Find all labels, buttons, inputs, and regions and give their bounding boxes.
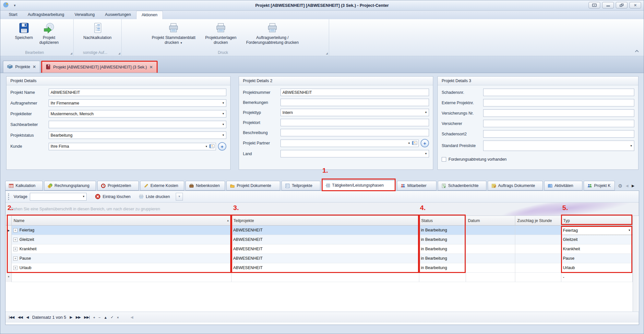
tab-projektzeiten[interactable]: Projektzeiten — [97, 181, 139, 191]
nav-next-page-icon[interactable]: ▶▶ — [76, 315, 80, 319]
schadensort2-input[interactable] — [483, 130, 634, 138]
eintrag-loeschen-button[interactable]: Eintrag löschen — [92, 193, 133, 200]
table-row[interactable]: +Urlaub ABWESENHEIT in Bearbeitung Urlau… — [6, 263, 633, 273]
sachbearbeiter-combo[interactable]: ▼ — [49, 121, 226, 128]
typ-cell-editor[interactable]: Feiertag▼ — [561, 226, 633, 235]
window-zoom-button[interactable] — [589, 2, 600, 8]
tab-taetigkeiten-leistungsphasen[interactable]: Tätigkeiten/Leistungsphasen — [322, 180, 396, 191]
restore-button[interactable] — [616, 2, 627, 8]
versicherungs-nr-input[interactable] — [483, 109, 634, 117]
nav-last-icon[interactable]: ▶▶| — [84, 315, 89, 319]
bemerkungen-input[interactable] — [280, 99, 429, 106]
tab-scroll-right-icon[interactable]: ▶ — [632, 184, 634, 188]
nav-next-icon[interactable]: ▶ — [70, 315, 72, 319]
dialog-launcher-icon[interactable]: ◢ — [70, 52, 72, 55]
projekt-partner-combo[interactable]: ▼ — [280, 140, 419, 147]
add-partner-button[interactable]: + — [421, 139, 429, 147]
auftragserteilung-drucken-button[interactable]: Auftragserteilung / Forderungsabtretung … — [244, 20, 301, 45]
toolbar-grip-handle[interactable] — [8, 193, 9, 200]
tab-projekt-dokumente[interactable]: Projekt Dokumente — [226, 181, 280, 191]
column-header-datum[interactable]: Datum — [466, 216, 515, 226]
nav-edit-icon[interactable]: ▲ — [104, 315, 107, 319]
expand-icon[interactable]: + — [13, 256, 18, 261]
dialog-launcher-icon[interactable]: ◢ — [118, 52, 120, 55]
doc-tab-projekte[interactable]: Projekte ✕ — [3, 61, 40, 73]
projekt-name-input[interactable] — [49, 89, 226, 96]
minimize-button[interactable] — [602, 2, 614, 8]
versicherer-input[interactable] — [483, 120, 634, 127]
nav-prev-icon[interactable]: ◀ — [26, 315, 29, 319]
forderungsabtretung-checkbox[interactable] — [442, 157, 446, 162]
tab-mitarbeiter[interactable]: Mitarbeiter — [397, 181, 436, 191]
projektunterlagen-drucken-button[interactable]: Projektunterlagen drucken — [203, 20, 239, 45]
column-header-teilprojekte[interactable]: Teilprojekte — [232, 216, 419, 226]
column-header-name[interactable]: Name▲ — [12, 216, 232, 226]
expand-icon[interactable]: + — [13, 228, 18, 232]
speichern-button[interactable]: Speichern — [12, 20, 35, 40]
close-tab-icon[interactable]: ✕ — [33, 65, 36, 69]
expand-icon[interactable]: + — [13, 247, 18, 251]
nav-append-icon[interactable]: + — [93, 315, 95, 319]
toolbar-overflow-icon[interactable]: ▼ — [176, 193, 183, 201]
projektort-input[interactable] — [280, 119, 429, 126]
expand-icon[interactable]: + — [13, 266, 18, 270]
ribbon-tab-start[interactable]: Start — [4, 11, 22, 19]
liste-drucken-button[interactable]: Liste drucken — [136, 193, 173, 200]
tab-aktivitaeten[interactable]: Aktivitäten — [544, 181, 582, 191]
dialog-launcher-icon[interactable]: ◢ — [326, 52, 328, 55]
gear-icon[interactable]: ⚙ — [618, 183, 622, 188]
standard-preisliste-combo[interactable]: ▼ — [483, 141, 634, 151]
column-header-status[interactable]: Status — [419, 216, 466, 226]
ribbon-tab-verwaltung[interactable]: Verwaltung — [69, 11, 100, 19]
tab-auftrags-dokumente[interactable]: Auftrags Dokumente — [488, 181, 543, 191]
vertical-scrollbar[interactable] — [633, 216, 638, 312]
new-row[interactable]: * - — [6, 273, 633, 282]
nav-prev-page-icon[interactable]: ◀◀ — [18, 315, 23, 319]
tab-schadenberichte[interactable]: Schadenberichte — [438, 181, 486, 191]
close-tab-icon[interactable]: ✕ — [149, 65, 153, 69]
ribbon-tab-aktionen[interactable]: Aktionen — [136, 11, 163, 19]
table-row[interactable]: +Pause ABWESENHEIT in Bearbeitung Pause — [6, 254, 633, 263]
doc-tab-projekt-abwesenheit[interactable]: Projekt [ABWESENHEIT] [ABWESENHEIT] (3 S… — [41, 61, 158, 73]
table-row[interactable]: +Gleitzeit ABWESENHEIT in Bearbeitung Gl… — [6, 235, 633, 244]
nav-scroll-left-icon[interactable]: ◀ — [131, 315, 133, 319]
add-kunde-button[interactable]: + — [218, 142, 226, 151]
tab-kalkulation[interactable]: Kalkulation — [5, 181, 43, 191]
beschreibung-input[interactable] — [280, 129, 429, 136]
projekttyp-combo[interactable]: Intern▼ — [280, 109, 429, 116]
close-button[interactable]: ✕ — [629, 2, 641, 8]
projektnummer-input[interactable] — [280, 89, 429, 96]
nav-first-icon[interactable]: |◀◀ — [9, 315, 14, 319]
projektstatus-combo[interactable]: Bearbeitung▼ — [49, 131, 226, 139]
tab-scroll-left-icon[interactable]: ◀ — [626, 184, 628, 188]
nav-post-icon[interactable]: ✓ — [111, 315, 113, 319]
tab-rechnungsplanung[interactable]: € Rechnungsplanung — [44, 181, 96, 191]
qat-customize-icon[interactable]: ▼ — [13, 4, 16, 7]
projekt-duplizieren-button[interactable]: Projekt duplizieren — [37, 20, 61, 45]
schadensnr-input[interactable] — [483, 89, 634, 96]
externe-projektnr-input[interactable] — [483, 99, 634, 106]
nachkalkulation-button[interactable]: Nachkalkulation — [81, 20, 114, 40]
tab-projekt-k[interactable]: Projekt K — [584, 181, 615, 191]
vorlage-combo[interactable]: ▼ — [30, 193, 87, 201]
ribbon-tab-auswertungen[interactable]: Auswertungen — [100, 11, 136, 19]
land-combo[interactable]: ▼ — [280, 150, 429, 157]
contact-card-icon[interactable] — [412, 141, 417, 146]
tab-nebenkosten[interactable]: Nebenkosten — [185, 181, 225, 191]
column-header-typ[interactable]: Typ — [561, 216, 633, 226]
stammdatenblatt-drucken-button[interactable]: Projekt Stammdatenblatt drucken ▼ — [149, 20, 198, 45]
ribbon-tab-auftragsbearbeitung[interactable]: Auftragsbearbeitung — [22, 11, 69, 19]
group-by-band[interactable]: Ziehen Sie eine Spaltenüberschrift in di… — [6, 203, 639, 216]
kunde-combo[interactable]: Ihre Firma▼ — [49, 143, 216, 150]
auftragnehmer-combo[interactable]: Ihr Firmenname▼ — [49, 99, 226, 107]
nav-delete-icon[interactable]: − — [99, 315, 100, 319]
table-row[interactable]: ▶ +Feiertag ABWESENHEIT in Bearbeitung F… — [6, 226, 633, 235]
table-row[interactable]: +Krankheit ABWESENHEIT in Bearbeitung Kr… — [6, 244, 633, 254]
expand-icon[interactable]: + — [13, 238, 18, 242]
ribbon-collapse-icon[interactable] — [635, 49, 639, 53]
tab-teilprojekte[interactable]: Teilprojekte — [281, 181, 320, 191]
contact-card-icon[interactable] — [209, 144, 215, 149]
projektleiter-combo[interactable]: Mustermensch, Mensch▼ — [49, 110, 226, 118]
column-header-zuschlag[interactable]: Zuschlag je Stunde — [515, 216, 561, 226]
tab-externe-kosten[interactable]: Externe Kosten — [140, 181, 184, 191]
